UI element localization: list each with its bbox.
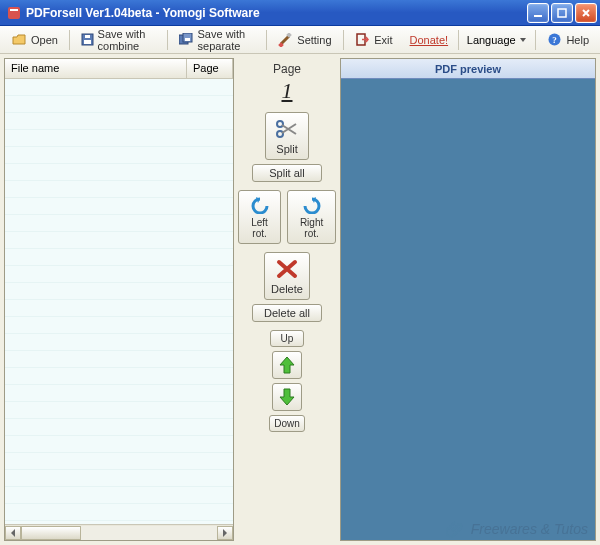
delete-x-icon	[273, 257, 301, 281]
svg-rect-6	[85, 35, 90, 38]
split-label: Split	[276, 143, 297, 155]
exit-label: Exit	[374, 34, 392, 46]
save-combine-button[interactable]: Save with combine	[74, 24, 163, 56]
arrow-up-icon	[276, 354, 298, 376]
page-label: Page	[273, 62, 301, 76]
svg-rect-9	[185, 38, 190, 41]
separator	[69, 30, 70, 50]
svg-rect-1	[10, 9, 18, 11]
setting-icon	[277, 32, 293, 48]
rotate-right-label: Right rot.	[294, 217, 329, 239]
language-label: Language	[467, 34, 516, 46]
move-down-button[interactable]: Down	[269, 415, 305, 432]
rotate-left-button[interactable]: Left rot.	[238, 190, 281, 244]
open-label: Open	[31, 34, 58, 46]
close-button[interactable]	[575, 3, 597, 23]
scroll-track[interactable]	[21, 526, 217, 540]
preview-header: PDF preview	[341, 59, 595, 79]
open-button[interactable]: Open	[4, 28, 65, 52]
arrow-up-button[interactable]	[272, 351, 302, 379]
rotate-left-label: Left rot.	[245, 217, 274, 239]
scissors-icon	[273, 117, 301, 141]
rotate-right-icon	[301, 195, 323, 215]
up-label: Up	[281, 333, 294, 344]
delete-button[interactable]: Delete	[264, 252, 310, 300]
pdf-preview-panel: PDF preview	[340, 58, 596, 541]
tools-column: Page 1 Split Split all Left rot.	[238, 58, 336, 541]
svg-rect-2	[534, 15, 542, 17]
window-title: PDForsell Ver1.04beta - Yomogi Software	[26, 6, 527, 20]
toolbar: Open Save with combine Save with separat…	[0, 26, 600, 54]
file-list-body[interactable]	[5, 79, 233, 524]
separator	[167, 30, 168, 50]
horizontal-scrollbar[interactable]	[5, 524, 233, 540]
separator	[266, 30, 267, 50]
rotate-left-icon	[249, 195, 271, 215]
help-icon: ?	[546, 32, 562, 48]
arrow-down-button[interactable]	[272, 383, 302, 411]
move-up-button[interactable]: Up	[270, 330, 304, 347]
file-list-panel: File name Page	[4, 58, 234, 541]
help-button[interactable]: ? Help	[539, 28, 596, 52]
open-folder-icon	[11, 32, 27, 48]
column-header-page[interactable]: Page	[187, 59, 233, 78]
save-combine-label: Save with combine	[98, 28, 156, 52]
page-indicator: Page 1	[273, 62, 301, 104]
minimize-button[interactable]	[527, 3, 549, 23]
delete-label: Delete	[271, 283, 303, 295]
svg-text:?: ?	[552, 35, 557, 45]
language-dropdown[interactable]: Language	[463, 32, 531, 48]
preview-body[interactable]	[341, 79, 595, 540]
svg-rect-3	[558, 9, 566, 17]
save-separate-button[interactable]: Save with separate	[172, 24, 262, 56]
separator	[458, 30, 459, 50]
scroll-left-button[interactable]	[5, 526, 21, 540]
down-label: Down	[274, 418, 300, 429]
exit-button[interactable]: Exit	[347, 28, 399, 52]
donate-link[interactable]: Donate!	[404, 34, 455, 46]
save-icon	[81, 32, 94, 48]
maximize-button[interactable]	[551, 3, 573, 23]
file-list-header: File name Page	[5, 59, 233, 79]
svg-rect-0	[8, 7, 20, 19]
title-bar: PDForsell Ver1.04beta - Yomogi Software	[0, 0, 600, 26]
setting-button[interactable]: Setting	[270, 28, 338, 52]
main-area: File name Page Page 1 S	[0, 54, 600, 545]
exit-icon	[354, 32, 370, 48]
split-button[interactable]: Split	[265, 112, 309, 160]
app-icon	[6, 5, 22, 21]
column-header-filename[interactable]: File name	[5, 59, 187, 78]
arrow-down-icon	[276, 386, 298, 408]
scroll-thumb[interactable]	[21, 526, 81, 540]
chevron-down-icon	[519, 32, 527, 48]
save-separate-label: Save with separate	[198, 28, 255, 52]
scroll-right-button[interactable]	[217, 526, 233, 540]
split-all-button[interactable]: Split all	[252, 164, 322, 182]
split-all-label: Split all	[269, 167, 304, 179]
separator	[535, 30, 536, 50]
svg-rect-5	[84, 40, 91, 44]
help-label: Help	[566, 34, 589, 46]
delete-all-button[interactable]: Delete all	[252, 304, 322, 322]
setting-label: Setting	[297, 34, 331, 46]
save-multi-icon	[179, 32, 194, 48]
rotate-right-button[interactable]: Right rot.	[287, 190, 336, 244]
separator	[343, 30, 344, 50]
delete-all-label: Delete all	[264, 307, 310, 319]
page-number: 1	[273, 78, 301, 104]
